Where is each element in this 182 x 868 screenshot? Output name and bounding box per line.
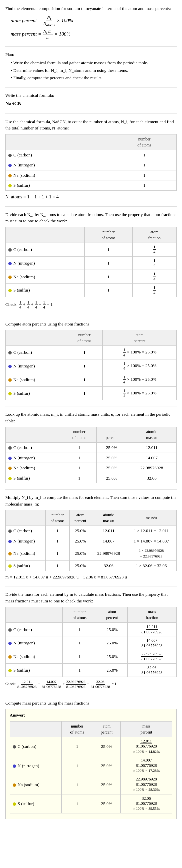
element-nitrogen: N (nitrogen): [6, 536, 46, 546]
table-row: C (carbon) 1 25.0% 12.011 1 × 12.011 = 1…: [6, 526, 177, 536]
sodium-fraction: 14: [132, 270, 176, 284]
table-row: S (sulfur) 1 14 × 100% = 25.0%: [6, 386, 177, 400]
dot-sodium: [8, 174, 12, 177]
element-sodium: Na (sodium): [6, 170, 112, 180]
carbon-atoms: 1: [66, 346, 103, 360]
divider-9: [5, 695, 177, 695]
sulfur-fraction: 14: [132, 284, 176, 297]
col-num-atoms: numberof atoms: [112, 134, 177, 150]
intro-title: Find the elemental composition for sodiu…: [5, 5, 177, 12]
dot-carbon: [8, 154, 12, 157]
table-row: N (nitrogen) 1 14: [6, 256, 177, 270]
table-row: Na (sodium) 1 25.0% 22.9897692881.067769…: [6, 650, 177, 663]
dot-nitrogen: [8, 164, 12, 167]
carbon-atoms: 1: [62, 443, 97, 453]
element-carbon: C (carbon): [6, 623, 63, 637]
element-carbon: C (carbon): [6, 150, 112, 160]
sodium-atoms: 1: [112, 170, 177, 180]
table3-section: Compute atom percents using the atom fra…: [5, 321, 177, 400]
sulfur-mass-percent: 32.0681.06776928× 100% = 39.55%: [121, 794, 172, 813]
mass-percent-formula: mass percent = Ni mim × 100%: [11, 29, 177, 40]
sulfur-mass-fraction: 32.0681.06776928: [127, 663, 176, 677]
dot-sodium: [8, 552, 12, 556]
element-sulfur: S (sulfur): [6, 180, 112, 191]
table-row: S (sulfur) 1 25.0% 32.06: [6, 473, 177, 483]
nitrogen-atom-percent: 14 × 100% = 25.0%: [103, 360, 177, 373]
table-row: Na (sodium) 1 14 × 100% = 25.0%: [6, 373, 177, 386]
dot-nitrogen: [13, 765, 16, 768]
intro-section: Find the elemental composition for sodiu…: [5, 5, 177, 40]
answer-label: Answer:: [10, 712, 172, 719]
element-nitrogen: N (nitrogen): [6, 360, 66, 373]
table1-section: Use the chemical formula, NaSCN, to coun…: [5, 119, 177, 200]
col-num-atoms: numberof atoms: [62, 427, 97, 443]
col-num-atoms: numberof atoms: [62, 607, 97, 623]
table-row: C (carbon) 1 25.0% 12.011: [6, 443, 177, 453]
sodium-percent: 25.0%: [96, 463, 127, 473]
sulfur-percent: 25.0%: [97, 663, 127, 677]
dot-sulfur: [8, 564, 12, 568]
carbon-mass-fraction: 12.01181.06776928: [127, 623, 176, 637]
dot-sodium: [8, 276, 12, 279]
table-row: Na (sodium) 1 14: [6, 270, 177, 284]
element-sodium: Na (sodium): [6, 546, 46, 561]
table5-section: Multiply N_i by m_i to compute the mass …: [5, 494, 177, 580]
nitrogen-mass-calc: 1 × 14.007 = 14.007: [126, 536, 176, 546]
nitrogen-percent: 25.0%: [97, 637, 127, 650]
col-element: [10, 721, 62, 737]
carbon-atoms: 1: [62, 737, 93, 756]
plan-item-1: Write the chemical formula and gather at…: [11, 60, 177, 66]
mass-fraction-table: numberof atoms atompercent massfraction …: [5, 607, 177, 677]
nitrogen-atoms: 1: [62, 637, 97, 650]
element-nitrogen: N (nitrogen): [10, 756, 62, 775]
sodium-atoms: 1: [62, 463, 97, 473]
table6-intro: Divide the mass for each element by m to…: [5, 591, 177, 604]
sodium-atomic-mass: 22.98976928: [91, 546, 126, 561]
element-mass-table: numberof atoms atompercent atomicmass/u …: [5, 510, 177, 571]
check-line-2: Check: 12.01181.06776928 + 14.00781.0677…: [5, 680, 177, 689]
atom-fraction-table: numberof atoms atomfraction C (carbon) 1…: [5, 227, 177, 297]
element-sulfur: S (sulfur): [6, 473, 62, 483]
nitrogen-atomic-mass: 14.007: [91, 536, 126, 546]
sulfur-atoms: 1: [66, 386, 103, 400]
nitrogen-mass-fraction: 14.00781.06776928: [127, 637, 176, 650]
element-sulfur: S (sulfur): [6, 386, 66, 400]
atomic-mass-table: numberof atoms atompercent atomicmass/u …: [5, 427, 177, 483]
col-mass-fraction: massfraction: [127, 607, 176, 623]
table-row: C (carbon) 1 14 × 100% = 25.0%: [6, 346, 177, 360]
plan-list: Write the chemical formula and gather at…: [11, 60, 177, 81]
element-sodium: Na (sodium): [10, 775, 62, 794]
col-atom-percent: atompercent: [96, 427, 127, 443]
sulfur-atoms: 1: [62, 663, 97, 677]
nitrogen-atoms: 1: [112, 160, 177, 170]
nitrogen-atoms: 1: [85, 256, 132, 270]
element-carbon: C (carbon): [6, 443, 62, 453]
dot-sulfur: [8, 477, 12, 480]
dot-nitrogen: [8, 540, 12, 543]
carbon-atom-percent: 14 × 100% = 25.0%: [103, 346, 177, 360]
table-row: C (carbon) 1 25.0% 12.01181.06776928× 10…: [10, 737, 172, 756]
sodium-mass: 22.98976928: [127, 463, 177, 473]
sodium-atoms: 1: [85, 270, 132, 284]
table-row: N (nitrogen) 1 25.0% 14.00781.06776928× …: [10, 756, 172, 775]
col-atom-fraction: atomfraction: [132, 227, 176, 243]
nitrogen-atoms: 1: [62, 453, 97, 463]
divider-8: [5, 586, 177, 586]
table3-intro: Compute atom percents using the atom fra…: [5, 321, 177, 328]
divider-4: [5, 206, 177, 207]
sulfur-percent: 25.0%: [70, 561, 91, 571]
table-row: S (sulfur) 1 25.0% 32.0681.06776928× 100…: [10, 794, 172, 813]
sodium-atoms: 1: [62, 775, 93, 794]
table-row: S (sulfur) 1 25.0% 32.0681.06776928: [6, 663, 177, 677]
m-line: m = 12.011 u + 14.007 u + 22.98976928 u …: [5, 574, 177, 581]
sodium-atoms: 1: [66, 373, 103, 386]
col-num-atoms: numberof atoms: [62, 721, 93, 737]
sodium-percent: 25.0%: [70, 546, 91, 561]
table-row: N (nitrogen) 1 25.0% 14.007: [6, 453, 177, 463]
col-mass-percent: masspercent: [121, 721, 172, 737]
carbon-atoms: 1: [85, 243, 132, 256]
carbon-mass-calc: 1 × 12.011 = 12.011: [126, 526, 176, 536]
col-atomic-mass: atomicmass/u: [91, 510, 126, 526]
divider-3: [5, 114, 177, 114]
dot-sodium: [8, 655, 12, 659]
